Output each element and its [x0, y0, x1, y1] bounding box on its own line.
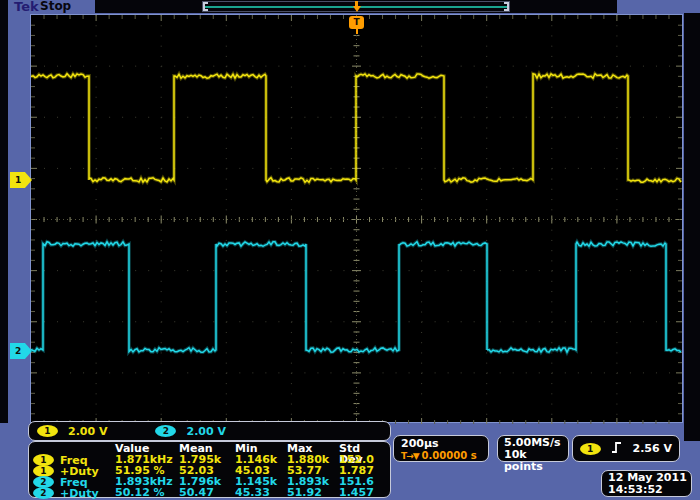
ch2-ground-marker[interactable]: 2: [10, 343, 32, 359]
time-label: 14:53:52: [608, 484, 691, 496]
acquisition-readout[interactable]: 5.00MS/s 10k points: [497, 435, 569, 462]
meas-label: Freq: [60, 455, 88, 466]
ch2-scale[interactable]: 2.00 V: [186, 425, 225, 438]
meas-max: 51.92: [287, 487, 339, 499]
oscilloscope-screen: Tek Stop T 1 2 1 2.00 V 2 2.00 V: [0, 0, 700, 500]
ch2-badge[interactable]: 2: [155, 425, 176, 437]
trigger-position-icon[interactable]: [353, 1, 360, 12]
row-ch-badge: 2: [33, 487, 54, 499]
meas-mean: 50.47: [179, 487, 235, 499]
meas-label: +Duty: [60, 466, 99, 477]
datetime-readout: 12 May 2011 14:53:52: [601, 470, 692, 497]
timebase-readout[interactable]: 200µs T→▼ 0.00000 s: [393, 435, 489, 462]
channel-scale-bar: 1 2.00 V 2 2.00 V: [28, 421, 391, 441]
graticule: T: [30, 14, 683, 423]
waveform-plot: [31, 15, 682, 424]
record-view-bar[interactable]: [202, 1, 510, 12]
meas-label: Freq: [60, 477, 88, 488]
top-status-bar: Tek Stop: [0, 0, 700, 14]
trigger-delay-value: 0.00000 s: [422, 450, 477, 461]
ch1-ground-marker[interactable]: 1: [10, 172, 32, 188]
acquisition-status[interactable]: Stop: [40, 0, 71, 13]
meas-min: 45.33: [235, 487, 287, 499]
trigger-level: 2.56 V: [633, 442, 672, 455]
ch1-badge[interactable]: 1: [37, 425, 58, 437]
meas-label: +Duty: [60, 488, 99, 499]
table-row[interactable]: 2+Duty 50.12 % 50.47 45.33 51.92 1.457: [33, 487, 390, 498]
trigger-delay-icon: T→▼: [401, 451, 419, 461]
trigger-time-flag-tail: [356, 29, 358, 34]
meas-value: 50.12 %: [115, 487, 179, 499]
rising-edge-icon: [611, 441, 623, 457]
meas-std: 1.457: [339, 487, 387, 499]
trigger-time-flag-icon[interactable]: T: [349, 16, 364, 29]
right-dark-margin: [684, 13, 700, 441]
tek-logo: Tek: [14, 0, 39, 14]
record-length: 10k points: [504, 449, 568, 473]
timebase-scale: 200µs: [401, 437, 488, 450]
trigger-source-badge: 1: [580, 443, 601, 455]
measurement-table: Value Mean Min Max Std Dev 1Freq 1.871kH…: [28, 441, 391, 498]
trigger-readout[interactable]: 1 2.56 V: [572, 435, 680, 462]
left-dark-margin: [0, 0, 8, 423]
ch1-scale[interactable]: 2.00 V: [68, 425, 107, 438]
